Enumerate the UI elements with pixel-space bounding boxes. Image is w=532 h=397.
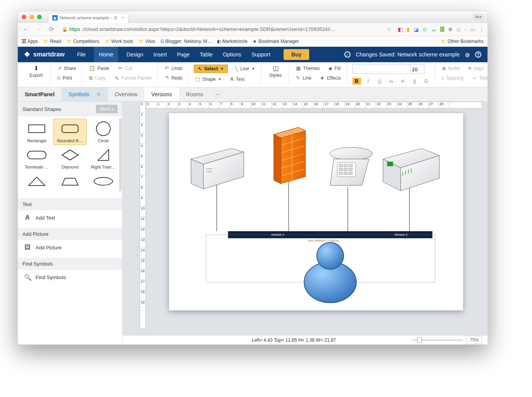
extension-icon[interactable]: ◪ bbox=[414, 26, 419, 32]
font-size-input[interactable] bbox=[411, 65, 424, 74]
omega-button[interactable]: Ω bbox=[422, 78, 431, 84]
undo-button[interactable]: ↶Undo bbox=[163, 65, 184, 72]
forward-button[interactable]: → bbox=[34, 26, 43, 33]
align-button[interactable]: ≡Align bbox=[467, 65, 486, 72]
extension-icon[interactable]: ▭ bbox=[470, 26, 475, 32]
shape-rounded-rectangle[interactable]: Rounded R… bbox=[53, 119, 87, 145]
drawing-paper[interactable]: Version 1 Version 2 Cisco 2WIRE/IP 1.1.2… bbox=[169, 113, 463, 310]
copy-button[interactable]: ⧉Copy bbox=[87, 74, 107, 82]
menu-table[interactable]: Table bbox=[198, 47, 214, 62]
font-color-button[interactable]: A bbox=[411, 78, 419, 84]
add-tab-button[interactable]: + bbox=[214, 91, 221, 98]
menu-page[interactable]: Page bbox=[175, 47, 191, 62]
shape-ellipse[interactable] bbox=[87, 171, 120, 193]
help-icon[interactable]: ? bbox=[475, 51, 481, 58]
text-direction-button[interactable]: ↔Text Directio bbox=[470, 74, 488, 82]
line-tool[interactable]: ╲Line ▼ bbox=[233, 65, 257, 73]
window-zoom[interactable] bbox=[37, 15, 42, 19]
effects-button[interactable]: ★Effects bbox=[318, 74, 342, 82]
text-tool[interactable]: AText bbox=[228, 75, 246, 83]
menu-support[interactable]: Support bbox=[250, 47, 272, 62]
network-switch-icon[interactable] bbox=[191, 148, 244, 189]
shape-trapezoid[interactable] bbox=[53, 171, 87, 193]
firewall-icon[interactable] bbox=[274, 127, 306, 184]
export-button[interactable]: ⬇Export bbox=[26, 65, 46, 78]
back-button[interactable]: ← bbox=[21, 26, 30, 33]
menu-options[interactable]: Options bbox=[221, 47, 243, 62]
scrollbar[interactable] bbox=[119, 118, 122, 191]
bookmark-folder[interactable]: Read bbox=[43, 39, 61, 44]
smartdraw-logo[interactable]: ❖ smartdraw bbox=[24, 50, 65, 59]
themes-button[interactable]: ▦Themes bbox=[294, 65, 321, 72]
redo-button[interactable]: ↷Redo bbox=[163, 74, 184, 82]
shape-rectangle[interactable]: Rectangle bbox=[20, 119, 53, 145]
bookmark-link[interactable]: G Blogger: Nektony. M… bbox=[161, 39, 212, 44]
window-close[interactable] bbox=[22, 15, 26, 19]
shape-circle[interactable]: Circle bbox=[87, 119, 120, 145]
more-button[interactable]: More ▾ bbox=[96, 105, 118, 113]
bold-button[interactable]: B bbox=[352, 78, 361, 85]
canvas-area[interactable]: 012345678910111213141516171819 012345678… bbox=[123, 102, 488, 344]
shape-triangle[interactable] bbox=[20, 171, 53, 193]
select-tool[interactable]: ↖Select▼ bbox=[194, 65, 228, 73]
cut-button[interactable]: ✂Cut bbox=[117, 65, 134, 72]
chrome-menu-icon[interactable]: ⋮ bbox=[479, 26, 484, 32]
router-icon[interactable] bbox=[383, 148, 440, 191]
find-symbols-button[interactable]: 🔍Find Symbols bbox=[18, 270, 122, 285]
paste-button[interactable]: 📋Paste bbox=[87, 65, 111, 72]
menu-design[interactable]: Design bbox=[125, 47, 145, 62]
buy-button[interactable]: Buy bbox=[284, 49, 309, 60]
extension-icon[interactable]: r bbox=[465, 27, 466, 32]
bullet-button[interactable]: ≣Bullet bbox=[440, 65, 462, 72]
bookmark-folder[interactable]: Work tools bbox=[105, 39, 133, 44]
extension-icon[interactable]: ▮ bbox=[407, 26, 410, 32]
profile-badge[interactable]: Ася bbox=[473, 14, 484, 20]
reload-button[interactable]: ⟳ bbox=[47, 26, 55, 33]
fill-button[interactable]: ◆Fill bbox=[327, 65, 342, 72]
window-minimize[interactable] bbox=[29, 15, 34, 19]
close-icon[interactable]: × bbox=[121, 15, 124, 20]
shape-tool[interactable]: ▢Shape ▼ bbox=[194, 75, 223, 83]
zoom-value[interactable]: 75% bbox=[467, 336, 482, 344]
shape-terminator[interactable]: Terminate … bbox=[20, 145, 53, 171]
bookmark-folder[interactable]: Visio bbox=[139, 39, 155, 44]
subscript-button[interactable]: x₂ bbox=[387, 78, 396, 84]
menu-file[interactable]: File bbox=[75, 47, 87, 62]
styles-button[interactable]: ◫Styles bbox=[266, 65, 285, 78]
add-text-button[interactable]: AAdd Text bbox=[18, 210, 122, 225]
extension-icon[interactable]: ⊙ bbox=[423, 26, 427, 32]
address-bar[interactable]: 🔒 https ://cloud.smartdraw.com/editor.as… bbox=[59, 25, 381, 33]
line-style-button[interactable]: ✎Line bbox=[294, 74, 313, 82]
extension-icon[interactable]: ❊ bbox=[448, 26, 453, 32]
menu-home[interactable]: Home bbox=[94, 47, 118, 62]
tab-overview[interactable]: Overview bbox=[108, 87, 144, 101]
extension-icon[interactable]: ◧ bbox=[398, 26, 403, 32]
extension-icon[interactable]: F bbox=[440, 27, 444, 32]
underline-button[interactable]: U bbox=[376, 78, 384, 84]
person-icon[interactable] bbox=[304, 242, 356, 303]
spacing-button[interactable]: ↕Spacing bbox=[440, 74, 465, 82]
shape-right-triangle[interactable]: Right Trian… bbox=[87, 145, 120, 171]
tab-symbols[interactable]: Symbols✕ bbox=[62, 87, 108, 101]
extension-icon[interactable]: ◇ bbox=[457, 26, 461, 32]
superscript-button[interactable]: x² bbox=[399, 78, 407, 84]
font-family-input[interactable] bbox=[352, 65, 411, 74]
bookmark-link[interactable]: ◐ Marketcircle bbox=[217, 39, 247, 44]
format-painter-button[interactable]: ✎Format Painter bbox=[113, 74, 154, 82]
bookmark-star-icon[interactable]: ☆ bbox=[387, 26, 392, 32]
browser-tab[interactable]: ◆ Network scheme example -- S × bbox=[48, 13, 128, 23]
other-bookmarks[interactable]: Other Bookmarks bbox=[441, 39, 484, 44]
zoom-slider[interactable] bbox=[412, 339, 463, 341]
menu-insert[interactable]: Insert bbox=[152, 47, 168, 62]
share-button[interactable]: ↗Share bbox=[56, 65, 78, 72]
notifications-icon[interactable]: ◍ bbox=[465, 51, 470, 58]
bookmark-link[interactable]: ★ Bookmark Manager bbox=[253, 39, 299, 44]
apps-shortcut[interactable]: Apps bbox=[22, 39, 38, 44]
close-icon[interactable]: ✕ bbox=[96, 91, 101, 97]
add-picture-button[interactable]: 🖼Add Picture bbox=[18, 240, 122, 255]
bookmark-folder[interactable]: Competitiors bbox=[67, 39, 99, 44]
tab-smartpanel[interactable]: SmartPanel bbox=[18, 87, 62, 101]
tab-versions[interactable]: Versions bbox=[144, 87, 179, 101]
print-button[interactable]: ⎙Print bbox=[56, 74, 78, 82]
tab-rooms[interactable]: Rooms bbox=[179, 87, 210, 101]
